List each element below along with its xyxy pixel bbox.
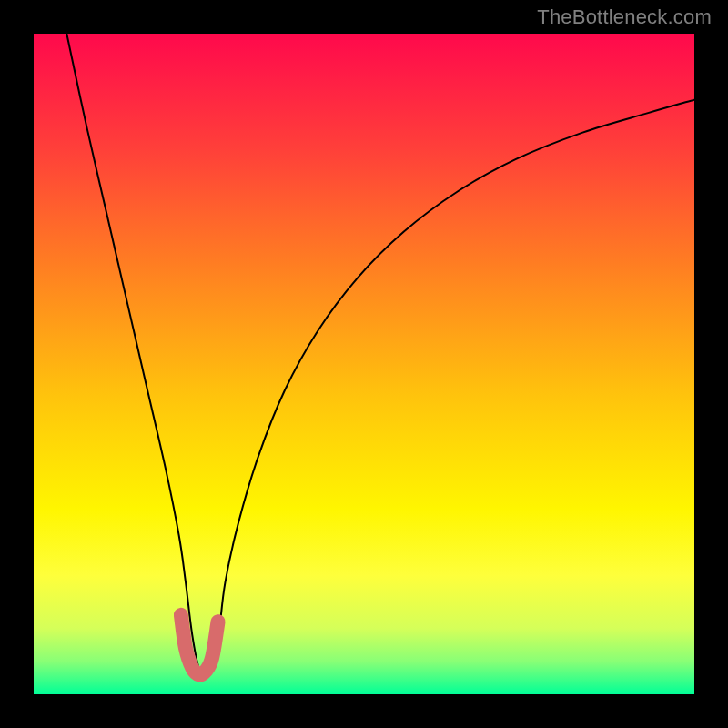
watermark-text: TheBottleneck.com [537,5,712,29]
plot-area [34,34,694,694]
curve-layer [34,34,694,694]
bottleneck-curve [66,34,694,674]
chart-container: TheBottleneck.com [0,0,728,728]
bottom-highlight [181,615,218,675]
